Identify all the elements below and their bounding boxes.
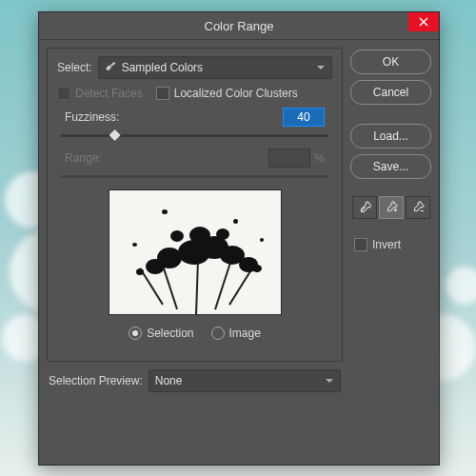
range-label: Range:: [65, 151, 102, 165]
cancel-button[interactable]: Cancel: [350, 80, 431, 105]
detect-faces-label: Detect Faces: [75, 87, 143, 100]
detect-faces-checkbox: [57, 87, 70, 100]
range-slider: [61, 175, 328, 178]
eyedropper-icon: [105, 61, 118, 74]
preview-thumbnail: [109, 189, 282, 315]
localized-checkbox[interactable]: [156, 87, 169, 100]
eyedropper-subtract[interactable]: [406, 196, 430, 219]
fuzziness-slider[interactable]: [61, 134, 328, 137]
dialog-title: Color Range: [205, 19, 274, 33]
selection-preview-dropdown[interactable]: None: [149, 369, 341, 392]
percent-label: %: [314, 151, 325, 165]
eyedropper-sample[interactable]: [352, 196, 377, 219]
eyedropper-minus-icon: [411, 201, 425, 214]
selection-radio[interactable]: [129, 327, 142, 340]
invert-label: Invert: [372, 238, 401, 251]
fuzziness-input[interactable]: 40: [283, 108, 325, 127]
eyedropper-plus-icon: [385, 201, 398, 214]
select-dropdown[interactable]: Sampled Colors: [98, 56, 332, 79]
main-group: Select: Sampled Colors Detect Faces Loca…: [47, 48, 343, 362]
color-range-dialog: Color Range Select: Sampled Colors Detec…: [38, 11, 440, 466]
ok-button[interactable]: OK: [350, 50, 431, 74]
select-label: Select:: [57, 61, 92, 74]
eyedropper-add[interactable]: [379, 196, 404, 219]
localized-label: Localized Color Clusters: [174, 87, 298, 100]
image-radio[interactable]: [211, 327, 225, 340]
image-radio-label: Image: [229, 327, 261, 340]
selection-preview-label: Selection Preview:: [49, 374, 143, 387]
selection-radio-label: Selection: [147, 327, 193, 340]
fuzziness-label: Fuzziness:: [65, 110, 119, 124]
close-button[interactable]: [408, 12, 439, 31]
select-value: Sampled Colors: [122, 61, 203, 74]
invert-checkbox[interactable]: [354, 238, 367, 251]
eyedropper-icon: [358, 201, 371, 214]
selection-preview-value: None: [155, 374, 183, 387]
save-button[interactable]: Save...: [350, 154, 431, 179]
titlebar: Color Range: [39, 12, 439, 40]
load-button[interactable]: Load...: [350, 124, 431, 149]
fuzziness-thumb[interactable]: [109, 129, 121, 141]
range-input: [268, 149, 310, 168]
